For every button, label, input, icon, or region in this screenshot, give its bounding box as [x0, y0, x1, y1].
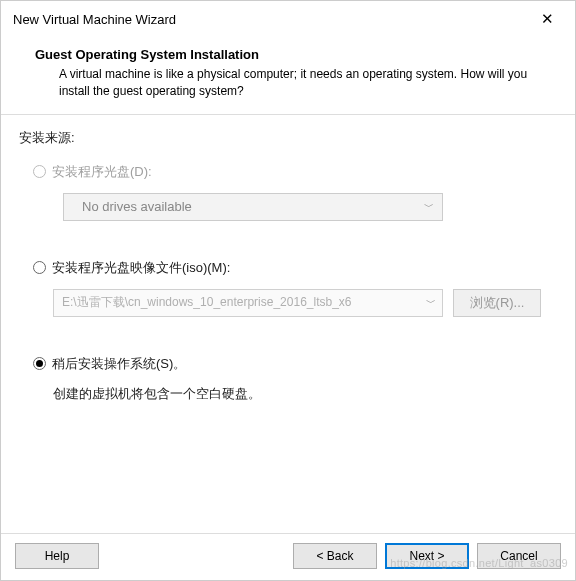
- radio-row-iso[interactable]: 安装程序光盘映像文件(iso)(M):: [33, 259, 557, 277]
- radio-label-disc: 安装程序光盘(D):: [52, 163, 152, 181]
- back-button[interactable]: < Back: [293, 543, 377, 569]
- content-area: 安装来源: 安装程序光盘(D): No drives available ﹀ 安…: [1, 115, 575, 533]
- chevron-down-icon: ﹀: [424, 200, 434, 214]
- help-button[interactable]: Help: [15, 543, 99, 569]
- radio-later[interactable]: [33, 357, 46, 370]
- radio-row-disc: 安装程序光盘(D):: [33, 163, 557, 181]
- next-button[interactable]: Next >: [385, 543, 469, 569]
- option-iso: 安装程序光盘映像文件(iso)(M): E:\迅雷下载\cn_windows_1…: [19, 259, 557, 317]
- radio-iso[interactable]: [33, 261, 46, 274]
- disc-dropdown-text: No drives available: [82, 199, 192, 214]
- page-title: Guest Operating System Installation: [1, 47, 575, 66]
- chevron-down-icon: ﹀: [426, 296, 436, 310]
- radio-disc: [33, 165, 46, 178]
- iso-path-input: E:\迅雷下载\cn_windows_10_enterprise_2016_lt…: [53, 289, 443, 317]
- option-later: 稍后安装操作系统(S)。 创建的虚拟机将包含一个空白硬盘。: [19, 355, 557, 403]
- radio-label-iso: 安装程序光盘映像文件(iso)(M):: [52, 259, 230, 277]
- radio-label-later: 稍后安装操作系统(S)。: [52, 355, 186, 373]
- footer: Help < Back Next > Cancel: [1, 533, 575, 580]
- cancel-button[interactable]: Cancel: [477, 543, 561, 569]
- iso-path-row: E:\迅雷下载\cn_windows_10_enterprise_2016_lt…: [53, 289, 557, 317]
- page-description: A virtual machine is like a physical com…: [1, 66, 575, 100]
- wizard-window: New Virtual Machine Wizard ✕ Guest Opera…: [0, 0, 576, 581]
- header-block: Guest Operating System Installation A vi…: [1, 35, 575, 115]
- titlebar: New Virtual Machine Wizard ✕: [1, 1, 575, 35]
- window-title: New Virtual Machine Wizard: [13, 12, 176, 27]
- radio-row-later[interactable]: 稍后安装操作系统(S)。: [33, 355, 557, 373]
- later-description: 创建的虚拟机将包含一个空白硬盘。: [53, 385, 557, 403]
- source-label: 安装来源:: [19, 129, 557, 147]
- browse-button: 浏览(R)...: [453, 289, 541, 317]
- close-icon[interactable]: ✕: [531, 9, 563, 29]
- disc-dropdown: No drives available ﹀: [63, 193, 443, 221]
- option-disc: 安装程序光盘(D): No drives available ﹀: [19, 163, 557, 221]
- iso-path-text: E:\迅雷下载\cn_windows_10_enterprise_2016_lt…: [62, 294, 352, 311]
